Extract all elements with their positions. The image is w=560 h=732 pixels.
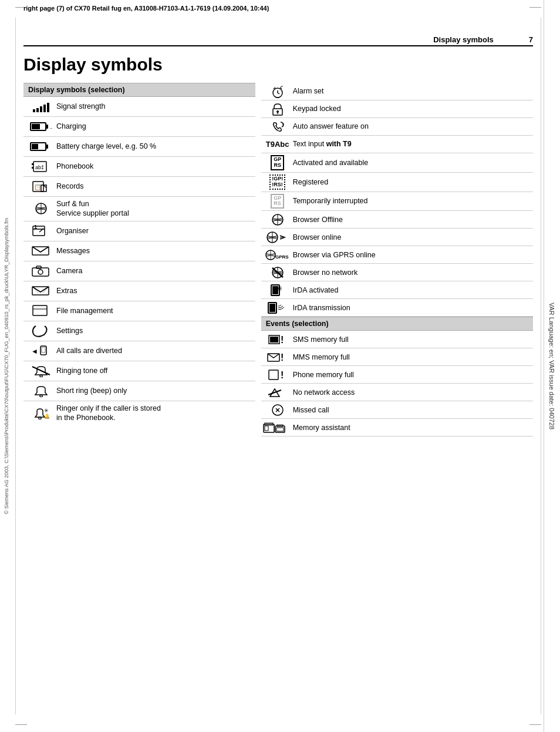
svg-text:→: →	[49, 125, 52, 131]
row-browser-gprs: GPRS Browser via GPRS online	[261, 246, 533, 264]
browser-gprs-label: Browser via GPRS online	[293, 250, 532, 260]
extras-label: Extras	[56, 286, 253, 296]
missed-call-icon	[262, 404, 293, 417]
row-phone-full: ! Phone memory full	[261, 366, 533, 384]
gp-rs-box: GPRS	[271, 155, 284, 170]
keypad-locked-label: Keypad locked	[293, 104, 532, 113]
svg-rect-68	[270, 337, 278, 343]
ringer-phonebook-icon: ✳ 🔔	[26, 407, 56, 419]
file-icon	[26, 304, 56, 317]
right-vline	[541, 18, 541, 714]
row-registered: !GP!!RS! Registered	[261, 173, 533, 192]
row-keypad-locked: Keypad locked	[261, 100, 533, 118]
messages-icon	[26, 244, 56, 257]
phonebook-label: Phonebook	[56, 162, 253, 171]
alarm-label: Alarm set	[293, 86, 532, 96]
t9abc-label: Text input with T9	[293, 139, 532, 149]
row-auto-answer: Auto answer feature on	[261, 118, 533, 136]
svg-rect-81	[276, 428, 284, 431]
browser-offline-icon	[262, 213, 293, 226]
temp-interrupted-icon: GPRS	[262, 194, 293, 209]
browser-no-network-icon	[262, 266, 293, 279]
row-file: File management	[23, 301, 255, 321]
left-column: Display symbols (selection) Signal stren…	[23, 83, 255, 436]
settings-label: Settings	[56, 326, 253, 335]
svg-text:📋: 📋	[34, 183, 42, 191]
svg-rect-21	[32, 268, 49, 276]
memory-assistant-label: Memory assistant	[293, 423, 532, 432]
svg-point-44	[276, 110, 279, 113]
svg-rect-2	[46, 125, 48, 129]
temp-interrupted-label: Temporarily interrupted	[293, 196, 532, 206]
right-sidebar-text: VAR Language: en; VAR issue date: 040728	[549, 303, 556, 429]
activated-label: Activated and available	[293, 158, 532, 167]
auto-answer-icon	[262, 120, 293, 133]
signal-strength-label: Signal strength	[56, 102, 253, 111]
row-irda-transmission: IrDA transmission	[261, 299, 533, 317]
two-column-layout: Display symbols (selection) Signal stren…	[23, 83, 533, 436]
irda-activated-label: IrDA activated	[293, 286, 532, 295]
phonebook-icon: ab‡	[26, 160, 56, 173]
file-label: File management	[56, 306, 253, 315]
row-mms-full: ! MMS memory full	[261, 348, 533, 366]
svg-rect-78	[265, 426, 268, 431]
svg-text:🔔: 🔔	[44, 413, 50, 419]
header-page-number: 7	[529, 35, 533, 44]
sms-full-icon: !	[262, 333, 293, 346]
row-ringer-phonebook: ✳ 🔔 Ringer only if the caller is storedi…	[23, 401, 255, 425]
left-vline	[15, 18, 16, 714]
row-charging: → Charging	[23, 117, 255, 137]
diverted-label: All calls are diverted	[56, 346, 253, 355]
short-ring-icon	[26, 384, 56, 397]
organiser-label: Organiser	[56, 226, 253, 236]
row-signal-strength: Signal strength	[23, 97, 255, 117]
activated-icon: GPRS	[262, 155, 293, 170]
main-content: right page (7) of CX70 Retail fug en, A3…	[16, 0, 540, 732]
ringtone-off-icon	[26, 364, 56, 377]
row-messages: Messages	[23, 241, 255, 261]
browser-online-icon	[262, 231, 293, 244]
camera-icon	[26, 264, 56, 277]
battery-label: Battery charge level, e.g. 50 %	[56, 142, 253, 151]
row-irda-activated: IrDA activated	[261, 281, 533, 299]
row-missed-call: Missed call	[261, 401, 533, 419]
row-settings: Settings	[23, 321, 255, 341]
row-records: 📋 Records	[23, 177, 255, 197]
surf-icon	[26, 202, 56, 215]
svg-rect-23	[36, 266, 41, 268]
row-no-network: No network access	[261, 384, 533, 401]
browser-gprs-icon: GPRS	[262, 249, 293, 261]
no-network-label: No network access	[293, 388, 532, 397]
memory-assistant-icon	[262, 421, 293, 434]
svg-line-33	[32, 367, 50, 375]
svg-text:ab‡: ab‡	[35, 164, 44, 170]
signal-strength-icon	[26, 102, 56, 112]
t9abc-text: T9Abc	[266, 140, 289, 149]
left-sidebar: © Siemens AG 2003, C:\Siemens\Produkte\C…	[0, 0, 13, 732]
row-temp-interrupted: GPRS Temporarily interrupted	[261, 192, 533, 211]
svg-point-35	[39, 417, 41, 419]
signal-bars	[33, 102, 49, 112]
irda-transmission-icon	[262, 301, 293, 314]
page-header: Display symbols 7	[23, 35, 533, 46]
browser-online-label: Browser online	[293, 233, 532, 242]
extras-icon	[26, 284, 56, 297]
svg-point-34	[40, 395, 42, 397]
row-t9abc: T9Abc Text input with T9	[261, 136, 533, 153]
svg-rect-6	[46, 145, 48, 149]
ringer-phonebook-label: Ringer only if the caller is storedin th…	[56, 404, 253, 423]
svg-text:◄: ◄	[31, 347, 38, 355]
camera-label: Camera	[56, 266, 253, 276]
row-alarm: Alarm set	[261, 83, 533, 100]
row-browser-no-network: Browser no network	[261, 264, 533, 281]
records-label: Records	[56, 182, 253, 191]
svg-rect-30	[42, 347, 45, 352]
irda-activated-icon	[262, 284, 293, 297]
t9abc-icon: T9Abc	[262, 140, 293, 149]
alarm-icon	[262, 85, 293, 98]
row-organiser: 1 Organiser	[23, 221, 255, 241]
registered-label: Registered	[293, 177, 532, 187]
row-browser-offline: Browser Offline	[261, 211, 533, 229]
charging-label: Charging	[56, 122, 253, 131]
registered-icon: !GP!!RS!	[262, 174, 293, 190]
